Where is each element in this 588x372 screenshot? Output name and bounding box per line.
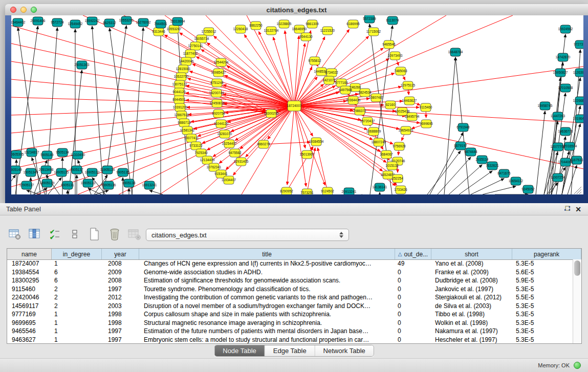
table-cell[interactable]: 22420046 xyxy=(7,294,52,301)
red-edge[interactable] xyxy=(231,106,294,132)
table-cell[interactable]: 1998 xyxy=(102,311,139,318)
table-row[interactable]: 1830029562008Estimation of significance … xyxy=(7,276,573,285)
table-cell[interactable]: 5.3E-5 xyxy=(512,260,573,267)
black-edge[interactable] xyxy=(11,175,15,194)
table-cell[interactable]: 5.3E-5 xyxy=(512,336,573,343)
black-edge[interactable] xyxy=(483,186,516,194)
table-row[interactable]: 969969511998Structural magnetic resonanc… xyxy=(7,319,573,327)
black-edge[interactable] xyxy=(427,151,461,194)
network-canvas[interactable]: 1872400717255012160557341275014111877402… xyxy=(11,15,583,194)
tab-network-table[interactable]: Network Table xyxy=(315,345,374,356)
table-cell[interactable]: 1 xyxy=(52,311,102,318)
table-cell[interactable]: 0 xyxy=(395,319,431,326)
table-cell[interactable]: Tourette syndrome. Phenomenology and cla… xyxy=(139,286,395,293)
column-header-year[interactable]: year xyxy=(102,249,139,259)
table-scrollbar[interactable] xyxy=(573,259,581,343)
table-cell[interactable]: 1997 xyxy=(102,286,139,293)
table-cell[interactable]: 6 xyxy=(52,277,102,284)
red-edge[interactable] xyxy=(227,66,294,106)
table-cell[interactable]: 0 xyxy=(395,302,431,310)
column-header-out_de[interactable]: △out_de... xyxy=(395,249,431,259)
table-cell[interactable]: 2009 xyxy=(102,269,139,276)
table-cell[interactable]: Investigating the contribution of common… xyxy=(139,294,395,301)
red-edge[interactable] xyxy=(11,43,294,106)
table-cell[interactable]: 5.5E-5 xyxy=(512,294,573,301)
column-header-title[interactable]: title xyxy=(139,249,395,259)
table-cell[interactable]: 0 xyxy=(395,294,431,301)
table-cell[interactable]: Hescheler et al. (1997) xyxy=(431,336,512,343)
table-cell[interactable]: 5.3E-5 xyxy=(512,286,573,293)
new-column-button[interactable] xyxy=(88,227,101,242)
table-cell[interactable]: 14569117 xyxy=(7,302,52,310)
table-row[interactable]: 946362711997Embryonic stem cells: a mode… xyxy=(7,336,573,344)
table-cell[interactable]: Wolkin et al. (1998) xyxy=(431,319,512,326)
table-cell[interactable]: Yano et al. (2008) xyxy=(431,260,512,267)
table-cell[interactable]: Tibbo et al. (1998) xyxy=(431,311,512,318)
black-edge[interactable] xyxy=(471,179,504,194)
column-header-name[interactable]: name xyxy=(7,249,52,259)
table-cell[interactable]: Embryonic stem cells: a model to study s… xyxy=(139,336,395,343)
tab-node-table[interactable]: Node Table xyxy=(214,345,265,356)
red-edge[interactable] xyxy=(11,106,294,169)
table-select[interactable]: citations_edges.txt xyxy=(146,229,349,241)
import-table-button[interactable] xyxy=(128,227,141,242)
table-cell[interactable]: Corpus callosum shape and size in male p… xyxy=(139,311,395,318)
float-panel-button[interactable] xyxy=(561,205,573,214)
table-cell[interactable]: 0 xyxy=(395,286,431,293)
row-selection-button[interactable]: ✔ ✔ xyxy=(48,227,61,242)
table-cell[interactable]: 2 xyxy=(52,294,102,301)
red-edge[interactable] xyxy=(11,26,294,106)
table-cell[interactable]: 0 xyxy=(395,311,431,318)
column-header-short[interactable]: short xyxy=(431,249,512,259)
table-cell[interactable]: de Silva et al. (2003) xyxy=(431,302,512,310)
table-cell[interactable]: 18724007 xyxy=(7,260,52,267)
table-cell[interactable]: 18300295 xyxy=(7,277,52,284)
memory-status-icon[interactable] xyxy=(574,362,581,369)
table-cell[interactable]: 1997 xyxy=(102,336,139,343)
table-cell[interactable]: 49 xyxy=(395,260,431,267)
table-cell[interactable]: 0 xyxy=(395,327,431,335)
table-cell[interactable]: 6 xyxy=(52,269,102,276)
table-cell[interactable]: 5.3E-5 xyxy=(512,302,573,310)
table-cell[interactable]: 19384554 xyxy=(7,269,52,276)
table-cell[interactable]: 1 xyxy=(52,319,102,326)
table-cell[interactable]: 2012 xyxy=(102,294,139,301)
canvas-resize-grip[interactable] xyxy=(577,189,581,194)
table-cell[interactable]: 0 xyxy=(395,277,431,284)
table-row[interactable]: 946554611997Estimation of the future num… xyxy=(7,327,573,336)
table-cell[interactable]: 1997 xyxy=(102,327,139,335)
table-cell[interactable]: Dudbridge et al. (2008) xyxy=(431,277,512,284)
black-edge[interactable] xyxy=(536,111,545,194)
table-row[interactable]: 1938455462009Genome-wide association stu… xyxy=(7,268,573,277)
table-cell[interactable]: 1998 xyxy=(102,319,139,326)
table-cell[interactable]: 1 xyxy=(52,327,102,335)
red-edge[interactable] xyxy=(264,142,310,144)
close-panel-button[interactable]: ✕ xyxy=(573,205,584,214)
column-header-in_degree[interactable]: in_degree xyxy=(52,249,102,259)
table-cell[interactable]: Disruption of a novel member of a sodium… xyxy=(139,302,395,310)
table-cell[interactable]: 9465546 xyxy=(7,327,52,335)
table-cell[interactable]: 5.9E-5 xyxy=(512,277,573,284)
table-options-button[interactable] xyxy=(8,227,21,242)
table-cell[interactable]: 2 xyxy=(52,302,102,310)
table-row[interactable]: 1456911722003Disruption of a novel membe… xyxy=(7,302,573,311)
table-cell[interactable]: Stergiakouli et al. (2012) xyxy=(431,294,512,301)
table-cell[interactable]: 9699695 xyxy=(7,319,52,326)
table-cell[interactable]: Changes of HCN gene expression and I(f) … xyxy=(139,260,395,267)
table-cell[interactable]: 2008 xyxy=(102,277,139,284)
row-height-button[interactable] xyxy=(68,227,81,242)
delete-column-button[interactable] xyxy=(108,227,121,242)
table-cell[interactable]: 9777169 xyxy=(7,311,52,318)
table-cell[interactable]: 2 xyxy=(52,286,102,293)
black-edge[interactable] xyxy=(78,160,91,194)
black-edge[interactable] xyxy=(438,157,471,194)
table-row[interactable]: 977716911998Corpus callosum shape and si… xyxy=(7,310,573,319)
table-cell[interactable]: 2008 xyxy=(102,260,139,267)
table-cell[interactable]: 5.6E-5 xyxy=(512,269,573,276)
black-edge[interactable] xyxy=(444,57,455,194)
column-header-pagerank[interactable]: pagerank xyxy=(512,249,581,259)
red-edge[interactable] xyxy=(294,106,306,186)
table-cell[interactable]: 1 xyxy=(52,336,102,343)
column-chooser-button[interactable] xyxy=(28,227,41,242)
table-cell[interactable]: 5.3E-5 xyxy=(512,311,573,318)
